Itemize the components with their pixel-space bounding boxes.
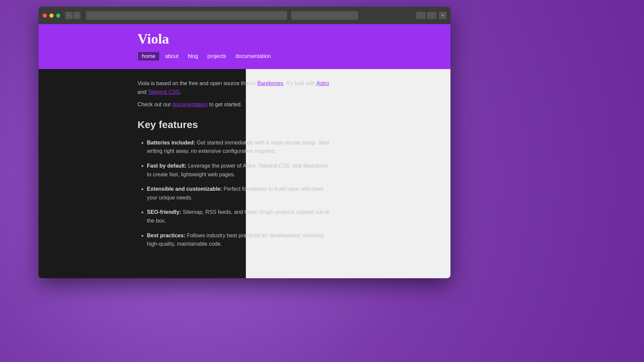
- nav-item-home[interactable]: home: [138, 52, 160, 61]
- astro-link[interactable]: Astro: [317, 80, 329, 86]
- site-main: Viola is based on the free and open sour…: [39, 69, 450, 278]
- search-bar[interactable]: [291, 11, 358, 20]
- documentation-link[interactable]: documentation: [172, 102, 208, 107]
- feature-extensible: Extensible and customizable: Perfect fou…: [147, 185, 332, 202]
- site-title: Viola: [138, 31, 450, 47]
- window-ctrl-2[interactable]: [427, 12, 436, 19]
- window-controls: [416, 12, 436, 19]
- window-ctrl-1[interactable]: [416, 12, 426, 19]
- minimize-button[interactable]: [49, 13, 54, 18]
- nav-item-documentation[interactable]: documentation: [231, 52, 275, 61]
- title-bar: ‹ › +: [39, 7, 450, 24]
- intro-paragraph-1: Viola is based on the free and open sour…: [138, 79, 339, 96]
- feature-seo: SEO-friendly: Sitemap, RSS feeds, and Op…: [147, 208, 332, 225]
- maximize-button[interactable]: [56, 13, 60, 18]
- feature-seo-bold: SEO-friendly:: [147, 209, 181, 215]
- feature-extensible-bold: Extensible and customizable:: [147, 186, 222, 192]
- close-button[interactable]: [43, 13, 47, 18]
- website-overlay: Viola home about blog projects documenta…: [39, 24, 450, 278]
- checkout-paragraph: Check out our documentation to get start…: [138, 100, 450, 109]
- content-area: Viola home about blog projects documenta…: [39, 24, 450, 278]
- feature-bestpractices: Best practices: Follows industry best pr…: [147, 231, 332, 248]
- address-bar-container: [83, 11, 414, 20]
- nav-item-projects[interactable]: projects: [203, 52, 230, 61]
- forward-button[interactable]: ›: [73, 12, 80, 19]
- features-list: Batteries included: Get started immediat…: [138, 138, 332, 248]
- site-nav: home about blog projects documentation: [138, 52, 450, 61]
- feature-bestpractices-bold: Best practices:: [147, 233, 185, 238]
- barebones-link[interactable]: Barebones: [257, 80, 283, 86]
- feature-fast-bold: Fast by default:: [147, 163, 186, 169]
- nav-arrows: ‹ ›: [65, 12, 80, 19]
- new-tab-button[interactable]: +: [439, 12, 446, 19]
- key-features-heading: Key features: [138, 119, 450, 130]
- site-header: Viola home about blog projects documenta…: [39, 24, 450, 69]
- address-bar[interactable]: [86, 11, 287, 20]
- feature-fast: Fast by default: Leverage the power of A…: [147, 162, 332, 179]
- nav-item-about[interactable]: about: [161, 52, 182, 61]
- tailwind-link[interactable]: Tailwind CSS: [148, 89, 179, 95]
- traffic-lights: [43, 13, 60, 18]
- browser-window: ‹ › + Viola home about blog: [39, 7, 450, 278]
- back-button[interactable]: ‹: [65, 12, 72, 19]
- site-header-inner: Viola home about blog projects documenta…: [39, 31, 450, 61]
- feature-batteries-bold: Batteries included:: [147, 140, 195, 145]
- nav-item-blog[interactable]: blog: [184, 52, 202, 61]
- feature-batteries: Batteries included: Get started immediat…: [147, 138, 332, 156]
